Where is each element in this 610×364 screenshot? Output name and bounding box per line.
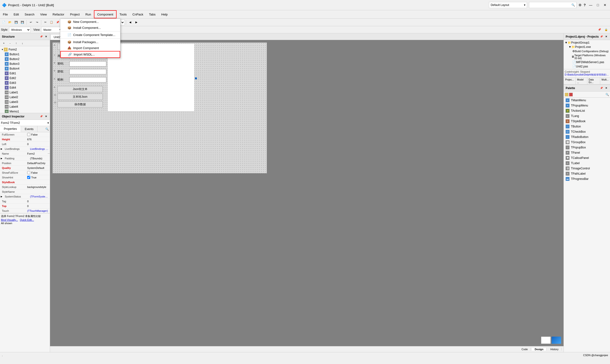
- form-edit-password[interactable]: [69, 61, 106, 66]
- quick-edit-link[interactable]: Quick Edit...: [20, 219, 34, 221]
- structure-close-icon[interactable]: ✕: [44, 35, 48, 39]
- subtab-project[interactable]: Projec...: [564, 78, 576, 84]
- oi-tab-events[interactable]: Events: [21, 126, 38, 132]
- palette-tcheckbox[interactable]: ☑ TCheckBox: [564, 129, 610, 134]
- palette-tlang[interactable]: L TLang: [564, 113, 610, 119]
- tree-edit2[interactable]: E Edit2: [0, 76, 50, 80]
- tree-label3[interactable]: Ab Label3: [0, 100, 50, 104]
- form-btn-json2text[interactable]: Json转文本: [57, 86, 103, 92]
- prop-showhint[interactable]: ShowHint True: [0, 175, 50, 180]
- tree-button3[interactable]: B Button3: [0, 62, 50, 66]
- tree-button4[interactable]: B Button4: [0, 66, 50, 71]
- prop-livebindings[interactable]: ▶ LiveBindings LiveBindings Designer: [0, 146, 50, 151]
- tree-memo1[interactable]: M Memo1: [0, 109, 50, 113]
- prop-quality[interactable]: Quality SystemDefault: [0, 166, 50, 170]
- palette-tradiobutton[interactable]: ○ TRadioButton: [564, 134, 610, 140]
- prop-showfullscr[interactable]: ShowFullScre False: [0, 170, 50, 175]
- maximize-button[interactable]: □: [595, 2, 601, 8]
- menu-file[interactable]: File: [0, 10, 11, 18]
- toolbar-back[interactable]: ◀: [127, 20, 133, 25]
- menu-tabs[interactable]: Tabs: [146, 10, 158, 18]
- palette-tmainmenu[interactable]: ≡ TMainMenu: [564, 98, 610, 103]
- bind-visually-link[interactable]: Bind Visually...: [1, 219, 18, 221]
- toolbar-undo[interactable]: ↩: [28, 20, 34, 25]
- palette-tprogressbar[interactable]: ▬ TProgressBar: [564, 176, 610, 181]
- prop-name-btn[interactable]: ⋯: [48, 153, 50, 155]
- proj-unit2[interactable]: 📄 Unit2.pas: [564, 64, 610, 69]
- form-canvas[interactable]: 4 调用测试 7 用户名: 0 8 密码: 1 6 群组:: [53, 42, 267, 173]
- tab-code[interactable]: Code: [519, 348, 531, 351]
- tree-button2[interactable]: B Button2: [0, 57, 50, 62]
- toolbar-lock[interactable]: 🔒: [603, 27, 609, 33]
- showhint-checkbox[interactable]: [27, 176, 30, 179]
- menu-view[interactable]: View: [38, 10, 50, 18]
- prop-left[interactable]: Left 0: [0, 142, 50, 146]
- fullscreen-checkbox[interactable]: [27, 133, 30, 136]
- structure-pin-icon[interactable]: 📌: [39, 35, 43, 39]
- toolbar-forward[interactable]: ▶: [133, 20, 139, 25]
- palette-tbutton[interactable]: □ TButton: [564, 124, 610, 129]
- palette-pin-icon[interactable]: 📌: [599, 86, 603, 90]
- struct-up-btn[interactable]: ↑: [13, 40, 19, 46]
- padding-expand[interactable]: ▶: [0, 157, 3, 160]
- oi-object-selector[interactable]: Form2 TForm2 ▾: [0, 120, 50, 126]
- designer-area[interactable]: 4 调用测试 7 用户名: 0 8 密码: 1 6 群组:: [50, 40, 564, 346]
- prop-touch[interactable]: Touch (TTouchManager): [0, 208, 50, 213]
- menu-help[interactable]: Help: [159, 10, 171, 18]
- view-dropdown[interactable]: Master: [41, 27, 63, 33]
- proj-project1exe[interactable]: ▼ 📁 Project1.exe: [564, 45, 610, 49]
- menu-refactor[interactable]: Refactor: [50, 10, 67, 18]
- toolbar-save-all[interactable]: 💾: [20, 20, 25, 25]
- struct-remove-btn[interactable]: -: [7, 40, 13, 46]
- tree-button1[interactable]: B Button1: [0, 52, 50, 57]
- projects-pin-icon[interactable]: 📌: [599, 35, 603, 39]
- palette-tactionlist[interactable]: ⚡ TActionList: [564, 108, 610, 113]
- systemstatus-expand[interactable]: ▶: [0, 195, 3, 198]
- prop-systemstatus[interactable]: ▶ SystemStatus (TFormSystemStatusBar): [0, 194, 50, 199]
- proj-projectgroup1[interactable]: ▼ 📁 ProjectGroup1: [564, 40, 610, 45]
- prop-stylelookup[interactable]: StyleLookup backgroundstyle: [0, 185, 50, 189]
- tab-history[interactable]: History: [547, 348, 562, 351]
- menu-run[interactable]: Run: [82, 10, 94, 18]
- showfullscr-checkbox[interactable]: [27, 171, 30, 174]
- menu-tools[interactable]: Tools: [117, 10, 130, 18]
- proj-build-config[interactable]: ⚙ Build Configurations (Debug): [564, 49, 610, 53]
- toolbar-new[interactable]: 📄: [1, 20, 7, 25]
- title-search-input[interactable]: [530, 3, 571, 7]
- palette-tcalloutpanel[interactable]: 💬 TCalloutPanel: [564, 155, 610, 161]
- toolbar-pin[interactable]: 📌: [597, 27, 602, 33]
- menu-search[interactable]: Search: [22, 10, 37, 18]
- menu-import-wsdl[interactable]: 🔗 Import WSDL...: [60, 51, 120, 58]
- tree-label1[interactable]: Ab Label1: [0, 90, 50, 95]
- form-edit-nickname[interactable]: [69, 77, 106, 82]
- palette-close-icon[interactable]: ✕: [604, 86, 608, 90]
- struct-add-btn[interactable]: +: [1, 40, 7, 46]
- toolbar-paste[interactable]: 📌: [55, 20, 61, 25]
- prop-fullscreen[interactable]: FullScreen False: [0, 132, 50, 137]
- subtab-dataex[interactable]: Data Ex...: [587, 78, 600, 84]
- toolbar-redo[interactable]: ↪: [34, 20, 40, 25]
- tree-label4[interactable]: Ab Label4: [0, 104, 50, 109]
- palette-color-btn2[interactable]: [569, 93, 573, 96]
- proj-imfdwebserver[interactable]: 📄 IMFDWebServer1.pas: [564, 60, 610, 64]
- proj-target-platforms[interactable]: 🖥 Target Platforms (Windows 32-bit): [564, 53, 610, 60]
- menu-project[interactable]: Project: [67, 10, 82, 18]
- palette-timagecontrol[interactable]: 🖼 TImageControl: [564, 166, 610, 171]
- prop-stylebook[interactable]: StyleBook: [0, 180, 50, 185]
- help-icon[interactable]: ?: [583, 3, 586, 7]
- layout-dropdown[interactable]: Default Layout ▾: [489, 2, 527, 8]
- toolbar-save[interactable]: 💾: [13, 20, 19, 25]
- subtab-multi[interactable]: Multi...: [600, 78, 610, 84]
- tree-label2[interactable]: Ab Label2: [0, 95, 50, 100]
- menu-edit[interactable]: Edit: [11, 10, 22, 18]
- settings-icon[interactable]: ⚙: [579, 3, 582, 7]
- menu-import-component[interactable]: 📥 Import Component: [60, 45, 120, 51]
- menu-create-template[interactable]: 📄 Create Component Template...: [60, 32, 120, 38]
- palette-tpopupmenu[interactable]: ≡ TPopupMenu: [564, 103, 610, 108]
- prop-padding[interactable]: ▶ Padding (TBounds): [0, 156, 50, 161]
- form-memo[interactable]: [107, 44, 195, 112]
- prop-stylename[interactable]: StyleName: [0, 189, 50, 194]
- livebindings-expand[interactable]: ▶: [0, 148, 3, 150]
- palette-tpopupbox[interactable]: ▽ TPopupBox: [564, 145, 610, 150]
- prop-tag[interactable]: Tag 0: [0, 199, 50, 204]
